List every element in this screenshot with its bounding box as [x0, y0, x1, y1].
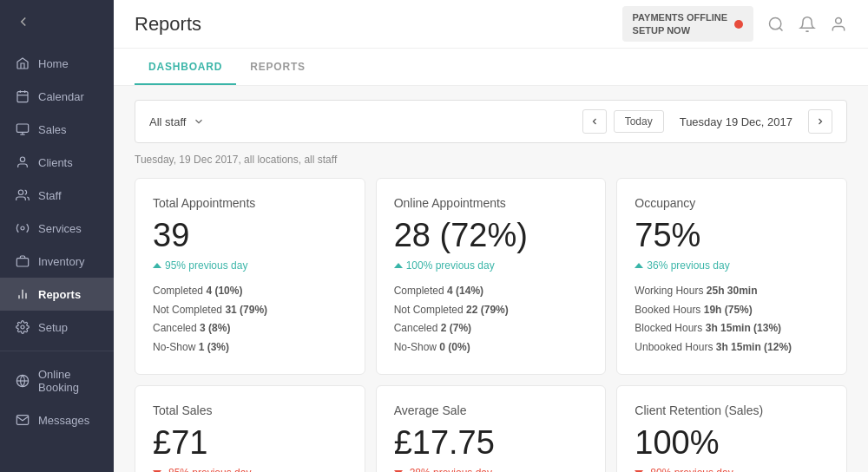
card-trend: 100% previous day: [394, 259, 589, 272]
sidebar-item-reports[interactable]: Reports: [0, 278, 114, 311]
card-trend-text: -28% previous day: [406, 467, 492, 472]
stat-value: 4 (10%): [206, 285, 242, 297]
tab-reports[interactable]: REPORTS: [236, 49, 319, 85]
header-icons: [767, 16, 847, 33]
card-value: 100%: [635, 424, 829, 462]
sidebar-item-inventory-label: Inventory: [38, 255, 84, 268]
card-stats: Completed 4 (10%)Not Completed 31 (79%)C…: [153, 282, 347, 357]
svg-rect-0: [17, 92, 28, 102]
stat-row: Not Completed 22 (79%): [394, 301, 589, 320]
payments-offline-dot: [734, 20, 743, 29]
card-1: Online Appointments 28 (72%) 100% previo…: [376, 178, 607, 375]
tab-dashboard[interactable]: DASHBOARD: [135, 49, 236, 85]
payments-offline-badge[interactable]: PAYMENTS OFFLINE SETUP NOW: [622, 6, 753, 42]
sidebar-item-staff-label: Staff: [38, 189, 62, 202]
stat-row: Completed 4 (14%): [394, 282, 589, 301]
sidebar-item-messages-label: Messages: [38, 414, 89, 427]
card-title: Occupancy: [635, 196, 829, 210]
card-trend: 36% previous day: [635, 259, 829, 272]
today-button[interactable]: Today: [614, 110, 664, 133]
user-icon[interactable]: [830, 16, 847, 33]
sidebar-item-clients-label: Clients: [38, 156, 73, 169]
date-navigation: Today Tuesday 19 Dec, 2017: [582, 109, 832, 134]
sidebar-item-messages[interactable]: Messages: [0, 403, 114, 436]
svg-point-19: [836, 17, 842, 23]
stat-value: 31 (79%): [225, 304, 267, 316]
card-3: Total Sales £71 -85% previous day Servic…: [135, 385, 365, 472]
card-value: 75%: [635, 217, 829, 254]
svg-point-7: [20, 157, 24, 161]
stat-row: Unbooked Hours 3h 15min (12%): [635, 338, 829, 357]
card-title: Total Sales: [153, 403, 347, 417]
stat-value: 0 (0%): [439, 341, 470, 353]
card-title: Total Appointments: [153, 196, 347, 210]
svg-rect-4: [16, 124, 28, 132]
sidebar: Home Calendar Sales Clients Staff Servic…: [0, 0, 114, 472]
cards-grid: Total Appointments 39 95% previous day C…: [135, 178, 847, 472]
stat-row: Booked Hours 19h (75%): [635, 301, 829, 320]
content-area: All staff Today Tuesday 19 Dec, 2017 Tue…: [114, 86, 868, 472]
svg-point-9: [21, 226, 24, 230]
stat-row: No-Show 0 (0%): [394, 338, 589, 357]
card-title: Online Appointments: [394, 196, 589, 210]
next-date-button[interactable]: [808, 109, 832, 134]
stat-row: Canceled 2 (7%): [394, 319, 589, 338]
sidebar-item-sales[interactable]: Sales: [0, 113, 114, 146]
stat-value: 1 (3%): [199, 341, 229, 353]
page-title: Reports: [135, 13, 622, 36]
date-subtitle: Tuesday, 19 Dec 2017, all locations, all…: [135, 154, 847, 166]
card-trend: -85% previous day: [153, 467, 347, 472]
stat-value: 3h 15min (13%): [706, 322, 781, 334]
svg-line-18: [779, 27, 783, 30]
card-0: Total Appointments 39 95% previous day C…: [135, 178, 365, 375]
sidebar-item-home[interactable]: Home: [0, 47, 114, 80]
stat-row: Blocked Hours 3h 15min (13%): [635, 319, 829, 338]
stat-row: No-Show 1 (3%): [153, 338, 347, 357]
card-stats: Working Hours 25h 30minBooked Hours 19h …: [635, 282, 829, 357]
sidebar-item-setup[interactable]: Setup: [0, 311, 114, 344]
sidebar-item-online-booking[interactable]: Online Booking: [0, 358, 114, 403]
card-trend: -80% previous day: [635, 467, 829, 472]
trend-arrow-up-icon: [635, 263, 643, 268]
sidebar-item-online-booking-label: Online Booking: [38, 368, 98, 394]
stat-row: Canceled 3 (8%): [153, 319, 347, 338]
card-value: £17.75: [394, 424, 589, 462]
search-icon[interactable]: [767, 16, 785, 33]
staff-selector[interactable]: All staff: [149, 115, 205, 128]
stat-row: Not Completed 31 (79%): [153, 301, 347, 320]
card-value: 28 (72%): [394, 217, 589, 254]
main-content: Reports PAYMENTS OFFLINE SETUP NOW DASHB…: [114, 0, 868, 472]
stat-row: Working Hours 25h 30min: [635, 282, 829, 301]
sidebar-item-clients[interactable]: Clients: [0, 146, 114, 179]
card-value: £71: [153, 424, 347, 462]
card-4: Average Sale £17.75 -28% previous day Sa…: [376, 385, 607, 472]
sidebar-item-setup-label: Setup: [38, 321, 68, 334]
sidebar-item-sales-label: Sales: [38, 123, 67, 136]
sidebar-item-staff[interactable]: Staff: [0, 179, 114, 212]
trend-arrow-up-icon: [394, 263, 403, 268]
back-button[interactable]: [0, 0, 114, 47]
sidebar-divider: [0, 351, 114, 351]
filter-bar: All staff Today Tuesday 19 Dec, 2017: [135, 100, 847, 143]
staff-selector-label: All staff: [149, 115, 186, 128]
card-trend-text: 95% previous day: [165, 259, 247, 272]
sidebar-item-inventory[interactable]: Inventory: [0, 245, 114, 278]
stat-value: 3h 15min (12%): [716, 341, 792, 353]
stat-value: 25h 30min: [707, 285, 758, 297]
stat-row: Completed 4 (10%): [153, 282, 347, 301]
tabs-bar: DASHBOARD REPORTS: [114, 49, 868, 86]
sidebar-item-calendar[interactable]: Calendar: [0, 80, 114, 113]
card-2: Occupancy 75% 36% previous day Working H…: [616, 178, 847, 375]
notifications-icon[interactable]: [799, 16, 816, 33]
sidebar-item-services[interactable]: Services: [0, 212, 114, 245]
card-trend: -28% previous day: [394, 467, 589, 472]
page-header: Reports PAYMENTS OFFLINE SETUP NOW: [114, 0, 868, 49]
prev-date-button[interactable]: [582, 109, 607, 134]
trend-arrow-up-icon: [153, 263, 161, 268]
card-trend-text: -85% previous day: [165, 467, 251, 472]
card-stats: Completed 4 (14%)Not Completed 22 (79%)C…: [394, 282, 589, 357]
card-5: Client Retention (Sales) 100% -80% previ…: [616, 385, 847, 472]
card-title: Average Sale: [394, 403, 589, 417]
svg-point-14: [21, 325, 24, 329]
card-title: Client Retention (Sales): [635, 403, 829, 417]
